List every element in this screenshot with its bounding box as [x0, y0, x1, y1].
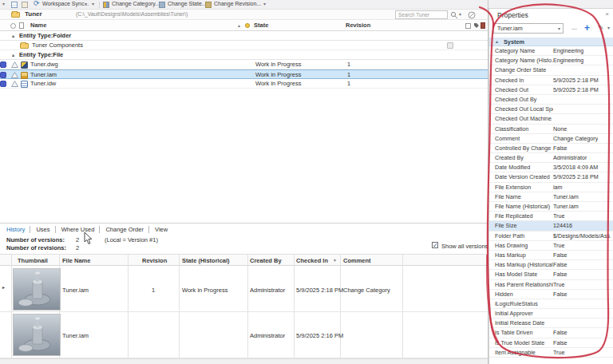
table-row-tuner-iam-selected[interactable]: ▸ Tuner.iam Work in Progress 1 [0, 69, 488, 79]
change-state-icon [159, 2, 165, 8]
table-row-tuner-components[interactable]: Tuner Components [0, 41, 488, 50]
property-group-system[interactable]: ▴ System [489, 38, 613, 46]
edit-caret-icon[interactable]: ▾ [607, 23, 610, 34]
property-row[interactable]: Controlled By Change ...False [489, 144, 613, 153]
idw-file-icon [21, 81, 28, 88]
property-row[interactable]: CommentChange Category [489, 134, 613, 144]
tab-change-order[interactable]: Change Order [105, 226, 149, 233]
group-row-file[interactable]: ▴ Entity Type:File [0, 50, 488, 60]
version-row-1[interactable]: ▸ Tuner.iam 1 Work in Progress Administr… [0, 267, 488, 312]
current-folder-name: Tuner [25, 10, 42, 18]
table-row-tuner-idw[interactable]: Tuner.idw Work in Progress 1 [0, 79, 488, 89]
property-row[interactable]: iLogicRuleStatus [489, 299, 613, 309]
category-color-swatch [0, 61, 6, 68]
property-label: Is Table Driven [495, 328, 553, 338]
collapse-icon[interactable]: ▴ [12, 31, 14, 41]
collapse-icon[interactable]: ▴ [12, 50, 14, 60]
property-label: iLogicRuleStatus [495, 299, 553, 309]
property-value: Engineering [553, 46, 583, 56]
property-row[interactable]: Created ByAdministrator [489, 153, 613, 163]
tab-history[interactable]: History [6, 226, 30, 233]
workspace-sync-caret-icon[interactable]: ▾ [85, 1, 87, 6]
tab-where-used[interactable]: Where Used [61, 226, 101, 233]
property-row[interactable]: Folder Path$/Designs/Models/Ass... [489, 231, 613, 241]
checkbox-column-icon [465, 23, 471, 29]
tab-uses[interactable]: Uses [36, 226, 55, 233]
property-value: iam [553, 183, 563, 192]
change-state-button[interactable]: Change State... [168, 1, 207, 6]
column-header-state[interactable]: State [254, 21, 268, 30]
col-state-historical[interactable]: State (Historical) [182, 255, 230, 267]
folder-path: (C:\_Vault\Designs\Models\Assemblies\Tun… [76, 11, 188, 17]
property-value: 5/9/2025 2:18 PM [553, 172, 599, 182]
property-row[interactable]: HiddenFalse [489, 290, 613, 299]
edit-pencil-icon[interactable]: ✎ [598, 23, 604, 34]
grid-view-icon[interactable] [11, 2, 18, 8]
group-row-folder[interactable]: ▴ Entity Type:Folder [0, 31, 488, 41]
property-row[interactable]: Category NameEngineering [489, 46, 613, 56]
property-row[interactable]: Checked Out Local Spec [489, 105, 613, 114]
property-row[interactable]: Checked In5/9/2025 2:18 PM [489, 76, 613, 85]
sync-icon: ⟳ [34, 0, 40, 7]
property-label: Comment [495, 134, 553, 144]
warning-triangle-icon [11, 81, 18, 87]
search-input[interactable] [395, 10, 448, 19]
property-row[interactable]: Date Modified3/5/2018 4:09 AM [489, 163, 613, 172]
property-label: File Size [495, 221, 553, 231]
property-value: True [553, 212, 565, 221]
property-row[interactable]: Has Parent RelationshipTrue [489, 280, 613, 290]
workspace-sync-button[interactable]: Workspace Sync... [42, 1, 89, 6]
toolbar-caret2-icon[interactable]: ▾ [92, 1, 94, 6]
cell-created-by: Administrator [250, 331, 285, 341]
property-row[interactable]: File Name (Historical)Tuner.iam [489, 202, 613, 212]
change-revision-button[interactable]: Change Revision... [214, 1, 261, 6]
property-row[interactable]: Has MarkupFalse [489, 251, 613, 260]
column-header-name[interactable]: Name [30, 21, 46, 30]
property-row[interactable]: File NameTuner.iam [489, 192, 613, 202]
property-row[interactable]: Has Markup (Historical)False [489, 260, 613, 270]
property-row[interactable]: Checked Out Machine [489, 114, 613, 124]
cell-revision: 1 [152, 286, 155, 295]
property-row[interactable]: Item AssignableTrue [489, 348, 613, 358]
col-file-name[interactable]: File Name [62, 255, 90, 267]
col-checked-in[interactable]: Checked In [296, 255, 328, 267]
property-row[interactable]: Checked Out By [489, 95, 613, 105]
version-row-2[interactable]: Tuner.iam Administrator 5/9/2025 2:16 PM [0, 312, 488, 358]
property-row-selected[interactable]: File Size124416 [489, 221, 613, 231]
property-row[interactable]: Initial Release Date [489, 318, 613, 328]
property-row[interactable]: Has DrawingTrue [489, 241, 613, 251]
table-row-tuner-dwg[interactable]: Tuner.dwg Work in Progress 1 [0, 60, 488, 69]
property-row[interactable]: Category Name (Histo...Engineering [489, 56, 613, 65]
property-row[interactable]: Has Model StateFalse [489, 270, 613, 279]
property-row[interactable]: Checked Out5/9/2025 2:18 PM [489, 85, 613, 95]
show-all-versions-checkbox[interactable]: ✓ [432, 242, 438, 248]
property-row[interactable]: Change Order State [489, 65, 613, 75]
toolbar-caret-icon[interactable]: ▾ [2, 1, 5, 6]
group-label: System [504, 38, 524, 46]
col-comment[interactable]: Comment [343, 255, 371, 267]
add-property-icon[interactable]: + [584, 23, 590, 34]
property-row[interactable]: ClassificationNone [489, 125, 613, 134]
search-icon[interactable] [450, 11, 458, 19]
property-file-select[interactable]: Tuner.iam ▾ [493, 23, 564, 34]
search-caret-icon[interactable]: ▾ [459, 11, 461, 17]
property-label: Checked Out [495, 85, 553, 95]
change-revision-caret-icon[interactable]: ▾ [263, 1, 266, 6]
column-header-revision[interactable]: Revision [346, 21, 370, 30]
tab-view[interactable]: View [155, 226, 172, 233]
col-revision[interactable]: Revision [142, 255, 167, 267]
close-icon[interactable]: × [605, 10, 609, 18]
col-created-by[interactable]: Created By [250, 255, 282, 267]
property-row[interactable]: File Extensioniam [489, 183, 613, 192]
new-item-icon[interactable] [22, 2, 28, 8]
search-options-icon[interactable] [468, 11, 476, 19]
remove-property-icon[interactable]: — [571, 23, 577, 34]
change-category-button[interactable]: Change Category... [112, 1, 160, 6]
col-thumbnail[interactable]: Thumbnail [18, 255, 48, 267]
property-value: None [553, 125, 567, 134]
property-row[interactable]: Date Version Created5/9/2025 2:18 PM [489, 172, 613, 182]
property-row[interactable]: Initial Approver [489, 309, 613, 318]
property-row[interactable]: File ReplicatedTrue [489, 212, 613, 221]
property-row[interactable]: Is Table DrivenFalse [489, 328, 613, 338]
property-row[interactable]: Is True Model StateFalse [489, 338, 613, 348]
